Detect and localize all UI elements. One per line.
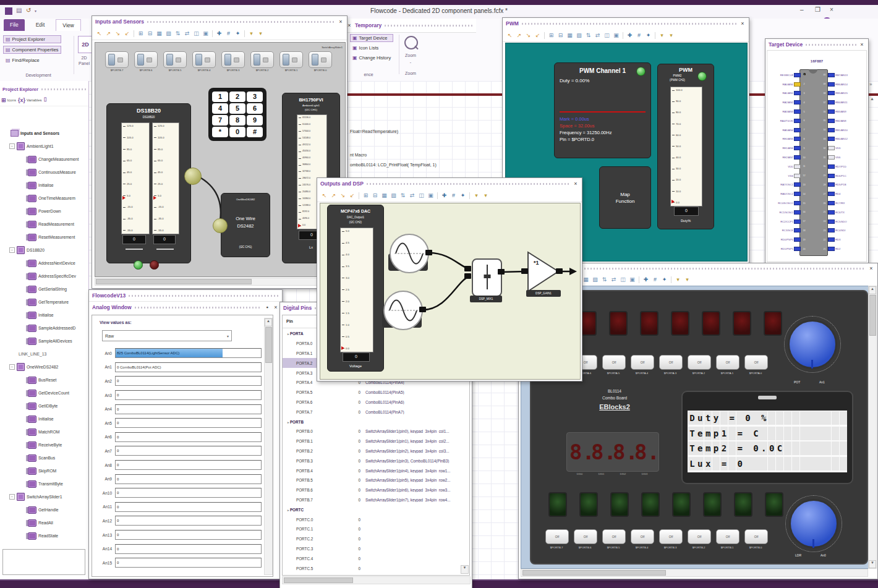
- toolbar-icon[interactable]: #: [450, 192, 458, 200]
- chip-pin-row[interactable]: 37RB4/AN11: [822, 98, 866, 107]
- digital-pin-row[interactable]: PORTB.30SwitchArraySlider1(pin3), ComboB…: [283, 456, 469, 466]
- chip-pin-row[interactable]: RD0/PSP019: [769, 235, 807, 244]
- toolbar-icon[interactable]: ⊟: [371, 192, 379, 200]
- toolbar-icon[interactable]: #: [224, 30, 232, 38]
- chip-pin-row[interactable]: 39RB6/AN14: [822, 80, 866, 89]
- toolbar-icon[interactable]: [437, 192, 438, 199]
- toolbar-icon[interactable]: ▣: [427, 192, 435, 200]
- tree-item[interactable]: PowerDown: [1, 205, 88, 218]
- digital-pin-row[interactable]: PORTC.40: [283, 553, 469, 563]
- canvas-scroll-right-icon[interactable]: »: [869, 82, 872, 87]
- chip-pin-row[interactable]: 26RC7/RX: [822, 198, 866, 208]
- toggle-switch[interactable]: [134, 51, 158, 68]
- analog-value-field[interactable]: 0: [115, 432, 262, 442]
- port-switch[interactable]: $PORTB.4: [192, 51, 216, 72]
- toggle-switch[interactable]: [279, 51, 303, 68]
- tree-item[interactable]: Initialise: [1, 412, 88, 425]
- toolbar-icon[interactable]: ▾: [658, 32, 666, 40]
- port-switch[interactable]: $PORTB.5: [163, 51, 187, 72]
- toolbar-icon[interactable]: [469, 192, 470, 199]
- keypad-key[interactable]: 1: [212, 92, 228, 102]
- tree-item[interactable]: GetIDByte: [1, 399, 88, 412]
- window-titlebar[interactable]: Target Device ×: [765, 39, 868, 50]
- tree-item[interactable]: SampleAddressedD: [1, 322, 88, 334]
- tree-item[interactable]: LINK_LINE_13: [1, 347, 88, 360]
- keypad-key[interactable]: 7: [212, 115, 228, 126]
- analog-value-field[interactable]: 0: [115, 404, 262, 414]
- pin-column-header[interactable]: Pin: [286, 319, 293, 323]
- port-switch[interactable]: Off$PORTB.0: [744, 529, 767, 549]
- minimize-button[interactable]: –: [800, 6, 804, 13]
- chip-pin-row[interactable]: 40RB7/AN13: [822, 70, 866, 80]
- port-switch[interactable]: Off$PORTB.1: [716, 529, 738, 549]
- dac-voltage-slider[interactable]: 5.04.54.03.53.02.52.01.51.00.50.0: [340, 228, 373, 352]
- tree-item[interactable]: ContinuousMeasure: [1, 166, 88, 179]
- close-icon[interactable]: ×: [338, 19, 344, 25]
- keypad-key[interactable]: 2: [229, 92, 245, 102]
- chip-pin-row[interactable]: RA5/AN47: [769, 126, 807, 135]
- chip-pin-row[interactable]: RD1/PSP120: [769, 244, 807, 254]
- digital-pin-row[interactable]: PORTB.70SwitchArraySlider1(pin7), keypad…: [283, 495, 469, 505]
- port-switch[interactable]: Off$PORTB.5: [602, 529, 624, 549]
- port-switch[interactable]: Off$PORTB.4: [631, 529, 653, 549]
- ldr-knob[interactable]: [789, 499, 838, 548]
- toggle-switch[interactable]: [250, 51, 274, 68]
- toolbar-icon[interactable]: ↖: [95, 30, 103, 38]
- window-titlebar[interactable]: Inputs and Sensors ×: [92, 16, 347, 27]
- port-switch[interactable]: Off$PORTA.1: [716, 355, 738, 375]
- toolbar-icon[interactable]: ✚: [642, 276, 650, 284]
- toolbar-icon[interactable]: ▦: [155, 30, 163, 38]
- tree-item[interactable]: TransmitByte: [1, 477, 88, 490]
- project-explorer-header[interactable]: Project Explorer: [0, 85, 88, 94]
- chip-pin-row[interactable]: RC3/SCK18: [769, 226, 807, 236]
- explorer-tool[interactable]: ⊞Icons: [1, 97, 16, 103]
- chip-pin-row[interactable]: RC0/SOSCO15: [769, 198, 807, 208]
- chip-pin-row[interactable]: VDD11: [769, 162, 807, 171]
- chip-pin-row[interactable]: RA3/AN35: [769, 107, 807, 116]
- view-values-dropdown[interactable]: Raw ▾: [102, 330, 232, 341]
- off-button[interactable]: Off: [744, 355, 768, 370]
- toolbar-icon[interactable]: [655, 32, 655, 39]
- port-switch[interactable]: Off$PORTB.7: [545, 529, 568, 549]
- toolbar-icon[interactable]: ✦: [660, 276, 668, 284]
- chip-pin-row[interactable]: RA0/AN02: [769, 80, 807, 89]
- toolbar-icon[interactable]: ⊟: [146, 30, 154, 38]
- toolbar-icon[interactable]: ⇄: [594, 32, 602, 40]
- ribbon-button[interactable]: ▤Component Properties: [3, 46, 61, 54]
- port-switch[interactable]: Off$PORTA.5: [602, 355, 624, 375]
- port-switch[interactable]: $PORTB.7: [105, 51, 129, 72]
- port-switch[interactable]: $PORTB.1: [279, 51, 303, 72]
- keypad-key[interactable]: 4: [212, 103, 228, 114]
- toolbar-icon[interactable]: ⊞: [547, 32, 555, 40]
- toolbar-icon[interactable]: ⇄: [183, 30, 191, 38]
- port-switch[interactable]: Off$PORTA.0: [744, 355, 767, 375]
- chip-pin-row[interactable]: 38RB5/AN15: [822, 89, 866, 98]
- digital-pin-row[interactable]: PORTC.10: [283, 524, 469, 534]
- digital-pin-row[interactable]: PORTC.00: [283, 514, 469, 524]
- temporary-dock-tab[interactable]: × Temporary: [344, 19, 476, 33]
- analog-value-field[interactable]: 0: [115, 530, 262, 540]
- toolbar-icon[interactable]: ◫: [192, 30, 200, 38]
- toolbar-icon[interactable]: ✦: [459, 192, 467, 200]
- chip-pin-row[interactable]: 27RD4: [822, 189, 866, 198]
- close-button[interactable]: ×: [830, 6, 833, 13]
- port-switch[interactable]: $PORTB.3: [221, 51, 245, 72]
- toolbar-icon[interactable]: [359, 192, 359, 199]
- window-titlebar[interactable]: Outputs and DSP ×: [317, 178, 582, 189]
- toolbar-icon[interactable]: [544, 32, 545, 39]
- off-button[interactable]: Off: [744, 529, 768, 544]
- minimize-icon[interactable]: ▪: [264, 304, 270, 310]
- 2d-panel-button[interactable]: 2D: [78, 36, 93, 53]
- tree-item[interactable]: Inputs and Sensors: [1, 127, 88, 140]
- toolbar-icon[interactable]: ↘: [524, 32, 532, 40]
- pwm-duty-slider[interactable]: 100.090.080.070.060.050.040.030.020.010.…: [670, 87, 702, 207]
- wire-node-1[interactable]: [184, 168, 202, 185]
- tree-expander[interactable]: −: [9, 364, 15, 370]
- chip-pin-row[interactable]: 31VSS: [822, 153, 866, 162]
- tree-expander[interactable]: −: [9, 247, 15, 253]
- analog-value-field[interactable]: 0: [115, 516, 262, 526]
- explorer-tool[interactable]: ⌷: [43, 96, 48, 103]
- chip-pin-row[interactable]: 22RD3: [822, 235, 866, 244]
- toolbar-icon[interactable]: ↗: [330, 192, 338, 200]
- wire-node-2[interactable]: [213, 218, 228, 233]
